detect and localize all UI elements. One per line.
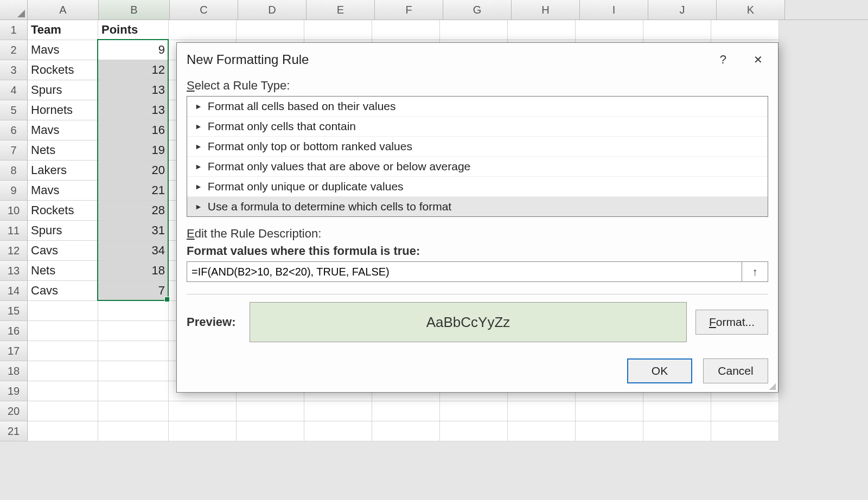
cell-B17[interactable] <box>98 341 169 361</box>
column-header-A[interactable]: A <box>28 0 99 20</box>
cell-C1[interactable] <box>169 20 237 40</box>
row-header-11[interactable]: 11 <box>0 221 28 241</box>
cell-B6[interactable]: 16 <box>98 120 169 140</box>
cell-B16[interactable] <box>98 321 169 341</box>
row-header-18[interactable]: 18 <box>0 361 28 381</box>
column-header-K[interactable]: K <box>717 0 785 20</box>
column-header-I[interactable]: I <box>580 0 648 20</box>
cell-A9[interactable]: Mavs <box>28 181 98 201</box>
cell-F21[interactable] <box>372 421 440 441</box>
cell-F1[interactable] <box>372 20 440 40</box>
cell-G21[interactable] <box>440 421 508 441</box>
cell-A17[interactable] <box>28 341 98 361</box>
cell-A8[interactable]: Lakers <box>28 161 98 181</box>
row-header-16[interactable]: 16 <box>0 321 28 341</box>
cell-B13[interactable]: 18 <box>98 261 169 281</box>
cell-G1[interactable] <box>440 20 508 40</box>
row-header-17[interactable]: 17 <box>0 341 28 361</box>
column-header-B[interactable]: B <box>99 0 170 20</box>
row-header-8[interactable]: 8 <box>0 161 28 181</box>
cell-B8[interactable]: 20 <box>98 161 169 181</box>
row-header-19[interactable]: 19 <box>0 381 28 401</box>
cell-F20[interactable] <box>372 401 440 421</box>
cell-A2[interactable]: Mavs <box>28 40 98 60</box>
row-header-3[interactable]: 3 <box>0 60 28 80</box>
cell-B5[interactable]: 13 <box>98 100 169 120</box>
rule-type-option[interactable]: ► Use a formula to determine which cells… <box>187 197 768 216</box>
column-header-H[interactable]: H <box>512 0 580 20</box>
row-header-12[interactable]: 12 <box>0 241 28 261</box>
rule-type-list[interactable]: ► Format all cells based on their values… <box>187 96 768 217</box>
cell-A1[interactable]: Team <box>28 20 98 40</box>
row-header-20[interactable]: 20 <box>0 401 28 421</box>
select-all-corner[interactable] <box>0 0 28 20</box>
cell-E20[interactable] <box>304 401 372 421</box>
cell-A14[interactable]: Cavs <box>28 281 98 301</box>
cell-D1[interactable] <box>237 20 304 40</box>
rule-type-option[interactable]: ► Format only top or bottom ranked value… <box>187 137 768 157</box>
cell-B4[interactable]: 13 <box>98 80 169 100</box>
rule-type-option[interactable]: ► Format all cells based on their values <box>187 97 768 117</box>
cell-J20[interactable] <box>643 401 711 421</box>
cell-H20[interactable] <box>508 401 576 421</box>
cell-A4[interactable]: Spurs <box>28 80 98 100</box>
cancel-button[interactable]: Cancel <box>703 358 768 383</box>
cell-B21[interactable] <box>98 421 169 441</box>
rule-type-option[interactable]: ► Format only cells that contain <box>187 117 768 137</box>
cell-E1[interactable] <box>304 20 372 40</box>
row-header-1[interactable]: 1 <box>0 20 28 40</box>
column-header-J[interactable]: J <box>648 0 717 20</box>
cell-C20[interactable] <box>169 401 237 421</box>
row-header-13[interactable]: 13 <box>0 261 28 281</box>
row-header-2[interactable]: 2 <box>0 40 28 60</box>
column-header-D[interactable]: D <box>238 0 307 20</box>
cell-J21[interactable] <box>643 421 711 441</box>
cell-E21[interactable] <box>304 421 372 441</box>
cell-D21[interactable] <box>237 421 304 441</box>
cell-B7[interactable]: 19 <box>98 140 169 161</box>
row-header-15[interactable]: 15 <box>0 301 28 321</box>
cell-A18[interactable] <box>28 361 98 381</box>
cell-A6[interactable]: Mavs <box>28 120 98 140</box>
resize-grip-icon[interactable] <box>769 383 776 390</box>
format-button[interactable]: Format... <box>695 310 768 335</box>
cell-B1[interactable]: Points <box>98 20 169 40</box>
cell-A20[interactable] <box>28 401 98 421</box>
cell-B11[interactable]: 31 <box>98 221 169 241</box>
cell-B2[interactable]: 9 <box>98 40 169 60</box>
cell-A12[interactable]: Cavs <box>28 241 98 261</box>
row-header-9[interactable]: 9 <box>0 181 28 201</box>
cell-H21[interactable] <box>508 421 576 441</box>
row-header-10[interactable]: 10 <box>0 201 28 221</box>
cell-I20[interactable] <box>576 401 643 421</box>
cell-G20[interactable] <box>440 401 508 421</box>
cell-A10[interactable]: Rockets <box>28 201 98 221</box>
row-header-6[interactable]: 6 <box>0 120 28 140</box>
cell-K21[interactable] <box>711 421 779 441</box>
cell-B10[interactable]: 28 <box>98 201 169 221</box>
cell-B18[interactable] <box>98 361 169 381</box>
cell-A21[interactable] <box>28 421 98 441</box>
column-header-G[interactable]: G <box>443 0 512 20</box>
dialog-close-button[interactable]: ✕ <box>748 51 768 68</box>
row-header-7[interactable]: 7 <box>0 140 28 161</box>
cell-B12[interactable]: 34 <box>98 241 169 261</box>
cell-C21[interactable] <box>169 421 237 441</box>
formula-input[interactable] <box>187 261 742 282</box>
cell-B19[interactable] <box>98 381 169 401</box>
cell-A15[interactable] <box>28 301 98 321</box>
row-header-21[interactable]: 21 <box>0 421 28 441</box>
cell-A16[interactable] <box>28 321 98 341</box>
cell-B15[interactable] <box>98 301 169 321</box>
collapse-dialog-button[interactable]: ↑ <box>742 261 768 282</box>
cell-A7[interactable]: Nets <box>28 140 98 161</box>
column-header-E[interactable]: E <box>307 0 375 20</box>
cell-K20[interactable] <box>711 401 779 421</box>
row-header-4[interactable]: 4 <box>0 80 28 100</box>
cell-J1[interactable] <box>643 20 711 40</box>
rule-type-option[interactable]: ► Format only values that are above or b… <box>187 157 768 177</box>
dialog-help-button[interactable]: ? <box>714 50 732 69</box>
cell-B3[interactable]: 12 <box>98 60 169 80</box>
cell-D20[interactable] <box>237 401 304 421</box>
row-header-14[interactable]: 14 <box>0 281 28 301</box>
